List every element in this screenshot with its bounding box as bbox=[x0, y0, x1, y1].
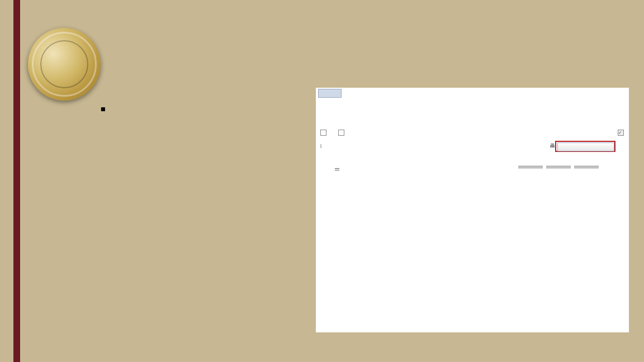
university-seal bbox=[28, 28, 101, 101]
total-spring bbox=[546, 166, 571, 168]
period-headers bbox=[513, 155, 624, 160]
total-effort-label bbox=[335, 168, 339, 170]
posted-wrap: ✓ bbox=[618, 130, 626, 136]
create-new-version-button[interactable] bbox=[557, 142, 614, 151]
total-effort-row bbox=[335, 166, 626, 176]
leave-checkbox[interactable] bbox=[320, 130, 326, 136]
total-summer bbox=[574, 166, 599, 168]
options-row bbox=[320, 130, 624, 136]
posted-checkbox[interactable]: ✓ bbox=[618, 130, 624, 136]
header-row-2 bbox=[320, 117, 624, 122]
detail-toggle-row: | 🖶 ✉ bbox=[320, 142, 624, 154]
aor-tab[interactable] bbox=[318, 89, 342, 98]
aor-screenshot: ✓ | 🖶 ✉ bbox=[316, 88, 629, 332]
header-row-1 bbox=[320, 103, 624, 109]
total-fall bbox=[518, 166, 543, 168]
create-new-version-highlight bbox=[555, 141, 615, 152]
sabbatical-checkbox[interactable] bbox=[338, 130, 344, 136]
slide: ✓ | 🖶 ✉ bbox=[0, 0, 644, 362]
accent-stripe bbox=[13, 0, 20, 362]
bullet-list bbox=[101, 92, 285, 102]
